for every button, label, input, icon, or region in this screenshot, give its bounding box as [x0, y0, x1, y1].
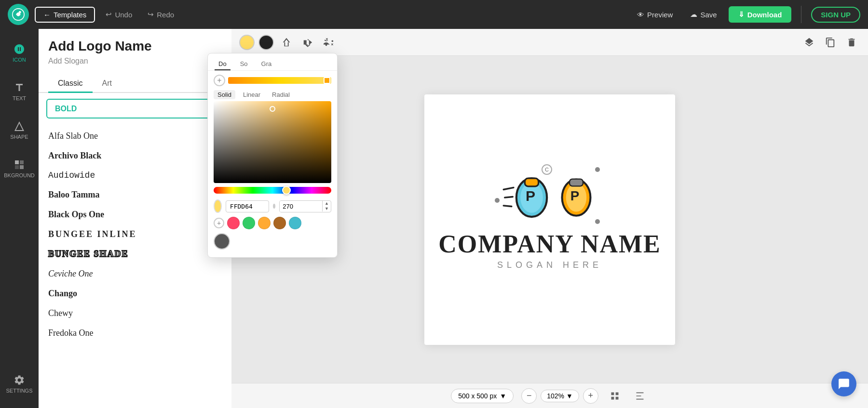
zoom-out-button[interactable]: −	[521, 388, 537, 404]
add-recent-color-button[interactable]: +	[214, 218, 224, 228]
svg-rect-11	[525, 178, 538, 186]
redo-label: Redo	[157, 11, 174, 19]
list-item[interactable]: Fredoka One	[39, 323, 231, 343]
svg-rect-15	[570, 179, 583, 186]
panel-slogan: Add Slogan	[48, 57, 222, 66]
secondary-color-swatch[interactable]	[258, 35, 274, 50]
download-icon: ⇓	[738, 10, 745, 19]
list-item[interactable]: Baloo Tamma	[39, 185, 231, 205]
font-style-select[interactable]: BOLD REGULAR ITALIC	[46, 99, 224, 118]
rotate-handle[interactable]: C	[542, 164, 552, 175]
redo-button[interactable]: ↪ Redo	[143, 7, 179, 22]
sidebar-item-background[interactable]: BKGROUND	[0, 149, 39, 188]
svg-rect-2	[15, 160, 19, 164]
picker-add-color-button[interactable]: +	[214, 75, 225, 86]
eye-icon: 👁	[637, 11, 644, 19]
toolbar	[231, 29, 868, 56]
picker-hex-swatch[interactable]	[214, 199, 222, 213]
grid-button[interactable]	[606, 387, 624, 405]
opacity-down-button[interactable]: ▼	[323, 206, 331, 211]
signup-button[interactable]: SIGN UP	[811, 7, 860, 23]
sidebar-text-label: TEXT	[13, 95, 26, 101]
whistle-left-icon: P	[502, 169, 550, 222]
picker-radial-tab[interactable]: Radial	[268, 90, 294, 99]
save-button[interactable]: ☁ Save	[684, 7, 722, 22]
tab-classic[interactable]: Classic	[48, 75, 93, 93]
list-item[interactable]: BUNGEE SHADE	[39, 244, 231, 264]
download-button[interactable]: ⇓ Download	[729, 6, 792, 23]
undo-button[interactable]: ↩ Undo	[101, 7, 137, 22]
picker-cursor	[270, 106, 275, 112]
list-item[interactable]: Archivo Black	[39, 146, 231, 166]
templates-label: Templates	[54, 11, 86, 19]
top-nav: ← Templates ↩ Undo ↪ Redo 👁 Preview ☁ Sa…	[0, 0, 868, 29]
svg-line-8	[503, 205, 512, 206]
list-item[interactable]: Alfa Slab One	[39, 126, 231, 146]
toolbar-right	[800, 34, 860, 51]
sidebar-settings-label: SETTINGS	[6, 388, 32, 394]
layers-button[interactable]	[800, 34, 818, 51]
picker-tab-gra[interactable]: Gra	[258, 58, 276, 70]
list-item[interactable]: Chewy	[39, 303, 231, 323]
recent-color-swatch[interactable]	[243, 217, 255, 229]
flip-vertical-button[interactable]	[299, 34, 316, 51]
save-label: Save	[700, 11, 717, 19]
list-item[interactable]: Ceviche One	[39, 264, 231, 284]
svg-point-1	[19, 11, 21, 13]
picker-solid-tabs: Solid Linear Radial	[208, 88, 337, 101]
app-logo[interactable]	[8, 4, 29, 25]
flip-horizontal-button[interactable]	[278, 34, 295, 51]
effects-button[interactable]	[320, 34, 338, 51]
duplicate-button[interactable]	[822, 34, 839, 51]
picker-hex-row: ▲ ▼	[208, 197, 337, 215]
list-item[interactable]: Chango	[39, 284, 231, 303]
picker-linear-tab[interactable]: Linear	[239, 90, 264, 99]
zoom-level[interactable]: 102% ▼	[541, 390, 579, 402]
cloud-icon: ☁	[690, 10, 697, 19]
dark-color-swatch[interactable]	[214, 233, 230, 250]
recent-color-swatch[interactable]	[273, 217, 286, 229]
panel-title: Add Logo Name	[48, 39, 222, 54]
preview-button[interactable]: 👁 Preview	[631, 8, 678, 22]
svg-rect-4	[15, 165, 19, 169]
sidebar-item-settings[interactable]: SETTINGS	[0, 365, 39, 403]
chat-button[interactable]	[831, 371, 856, 396]
svg-text:P: P	[526, 187, 535, 203]
font-panel-header: Add Logo Name Add Slogan	[39, 29, 231, 70]
sidebar-item-icon[interactable]: ICON	[0, 34, 39, 72]
templates-button[interactable]: ← Templates	[35, 7, 95, 23]
list-item[interactable]: Audiowide	[39, 166, 231, 185]
nav-divider	[801, 6, 801, 23]
sidebar-item-shape[interactable]: SHAPE	[0, 111, 39, 149]
picker-tab-so[interactable]: So	[236, 58, 252, 70]
opacity-input[interactable]	[280, 201, 322, 212]
company-name-text[interactable]: COMPANY NAME	[438, 230, 661, 258]
size-label: 500 x 500 px	[458, 392, 497, 400]
recent-color-swatch[interactable]	[227, 217, 240, 229]
size-selector[interactable]: 500 x 500 px ▼	[451, 389, 514, 403]
sidebar-icon-label: ICON	[13, 57, 26, 63]
canvas-workspace[interactable]: P P C COMPANY NAME SLOGAN HERE	[424, 94, 675, 345]
undo-label: Undo	[115, 11, 132, 19]
picker-tab-do[interactable]: Do	[215, 58, 231, 70]
slogan-text[interactable]: SLOGAN HERE	[497, 260, 602, 270]
align-button[interactable]	[631, 387, 649, 405]
zoom-in-button[interactable]: +	[583, 388, 598, 404]
tab-art[interactable]: Art	[93, 75, 122, 93]
color-gradient-picker[interactable]	[214, 101, 331, 183]
list-item[interactable]: Black Ops One	[39, 205, 231, 224]
chevron-down-icon: ▼	[566, 392, 573, 400]
font-tabs: Classic Art	[39, 70, 231, 93]
hue-bar[interactable]	[214, 187, 331, 194]
recent-color-swatch[interactable]	[289, 217, 301, 229]
sidebar-item-text[interactable]: TEXT	[0, 72, 39, 111]
back-arrow-icon: ←	[43, 11, 51, 19]
primary-color-swatch[interactable]	[239, 35, 255, 50]
recent-color-swatch[interactable]	[258, 217, 271, 229]
picker-dot	[273, 204, 275, 209]
picker-solid-tab[interactable]: Solid	[214, 90, 235, 99]
list-item[interactable]: BUNGEE INLINE	[39, 224, 231, 244]
opacity-up-button[interactable]: ▲	[323, 201, 331, 206]
delete-button[interactable]	[843, 34, 860, 51]
hex-input[interactable]	[226, 200, 269, 212]
